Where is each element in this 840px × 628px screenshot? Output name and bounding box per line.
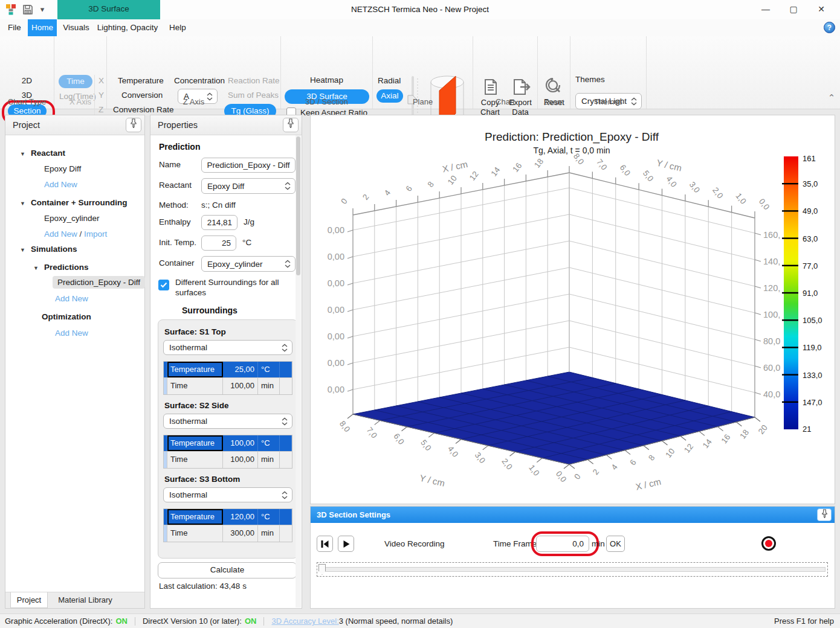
x-axis-bottom-tick-label: 16 [720, 432, 732, 445]
z-axis-temperature-button[interactable]: Temperature [118, 76, 164, 85]
plane-radial-button[interactable]: Radial [378, 76, 401, 85]
z-axis-tick [347, 336, 353, 338]
surface-floor [353, 372, 755, 464]
z-axis-concentration-button[interactable]: Concentration [174, 76, 225, 85]
s3-param-cell[interactable]: Temperature [167, 509, 223, 525]
scrollbar[interactable] [296, 135, 301, 607]
reactant-select[interactable]: Epoxy Diff [201, 178, 296, 194]
y-axis-bottom-tick-label: 6,0 [392, 432, 405, 446]
tree-link-add-new-reactant[interactable]: Add New [44, 180, 77, 189]
surface-s2-table: Temperature 100,00 °C Time 100,00 min [163, 435, 292, 469]
tree-link-add-new-prediction[interactable]: Add New [55, 294, 88, 303]
close-button[interactable]: ✕ [807, 0, 835, 18]
menu-file[interactable]: File [4, 19, 25, 36]
last-calculation-unit: s [242, 582, 247, 591]
record-button[interactable] [761, 536, 776, 551]
tree-group-container-surrounding[interactable]: Container + Surrounding [31, 198, 127, 207]
z-axis-right-tick-label: 100, [763, 310, 780, 319]
colorbar-tick-label: 49,0 [803, 207, 818, 216]
tab-project[interactable]: Project [10, 592, 48, 608]
calculate-button[interactable]: Calculate [158, 562, 297, 578]
tree-item-prediction-epoxy-diff-selected[interactable]: Prediction_Epoxy - Diff [53, 276, 145, 289]
tree-expand-icon[interactable]: ▼ [20, 247, 25, 253]
time-frame-field[interactable] [536, 536, 589, 552]
scrollbar-thumb[interactable] [296, 136, 300, 275]
s2-value-cell[interactable]: 100,00 [223, 452, 258, 468]
minimize-button[interactable]: — [752, 0, 780, 18]
tree-link-import-container[interactable]: Import [84, 229, 107, 239]
s1-param-cell[interactable]: Time [167, 378, 223, 394]
time-frame-label: Time Frame: [493, 539, 539, 548]
s1-value-cell[interactable]: 100,00 [223, 378, 258, 394]
menu-help[interactable]: Help [166, 19, 190, 36]
tree-expand-icon[interactable]: ▼ [20, 151, 25, 157]
s2-param-cell[interactable]: Time [167, 452, 223, 468]
chart-3d-surface-view[interactable]: Prediction: Prediction_Epoxy - Diff Tg, … [310, 115, 835, 504]
s3-value-cell[interactable]: 300,00 [223, 525, 258, 542]
window-title: NETZSCH Termica Neo - New Project [0, 0, 840, 19]
copy-chart-icon[interactable] [480, 77, 500, 97]
x-axis-bottom-tick-label: 6 [628, 458, 638, 467]
ok-button[interactable]: OK [606, 536, 625, 552]
properties-panel-header: Properties [150, 115, 302, 135]
group-label-zoom: Zoom [538, 97, 570, 106]
tree-group-optimization[interactable]: Optimization [42, 312, 91, 321]
play-button[interactable] [338, 536, 354, 552]
surface-s3-title: Surface: S3 Bottom [164, 475, 240, 484]
y-axis-bottom-tick-label: 0,0 [554, 469, 568, 484]
help-icon[interactable]: ? [824, 22, 835, 33]
name-field[interactable] [201, 158, 296, 173]
s1-param-cell[interactable]: Temperature [167, 362, 223, 377]
y-axis-tick [375, 420, 380, 425]
init-temp-field[interactable] [201, 236, 236, 251]
ribbon-group-x-axis: Time Log(Time) X Y Z X Axis [54, 36, 107, 109]
pin-icon[interactable] [126, 118, 141, 132]
tab-material-library[interactable]: Material Library [49, 592, 121, 607]
container-select[interactable]: Epoxy_cylinder [201, 256, 296, 272]
z-axis-conversion-rate-button[interactable]: Conversion Rate [113, 105, 174, 114]
tree-link-add-new-container[interactable]: Add New [44, 229, 77, 239]
menu-visuals[interactable]: Visuals [59, 19, 93, 36]
s3-param-cell[interactable]: Time [167, 525, 223, 542]
tree-expand-icon[interactable]: ▼ [33, 265, 39, 271]
surface-s1-type-select[interactable]: Isothermal [163, 340, 292, 355]
y-axis-bottom-tick-label: 7,0 [365, 426, 379, 440]
chart-type-2d-button[interactable]: 2D [0, 76, 54, 85]
skip-to-start-button[interactable] [317, 536, 333, 552]
y-axis-tick [510, 452, 515, 456]
z-axis-tick [347, 257, 353, 258]
tree-group-simulations[interactable]: Simulations [31, 245, 77, 254]
tree-group-predictions[interactable]: Predictions [44, 263, 89, 272]
time-slider-handle[interactable] [318, 564, 326, 575]
maximize-button[interactable]: ▢ [780, 0, 807, 18]
x-axis-tick-label: 8 [425, 180, 435, 189]
export-data-icon[interactable] [511, 77, 532, 97]
tree-item-epoxy-cylinder[interactable]: Epoxy_cylinder [44, 214, 100, 223]
different-surroundings-checkbox[interactable] [158, 280, 169, 290]
s1-value-cell[interactable]: 25,00 [223, 362, 258, 377]
pin-icon[interactable] [283, 118, 299, 132]
x-axis-tick [588, 460, 593, 464]
ribbon-collapse-chevron-icon[interactable]: ⌃ [825, 92, 838, 104]
tree-item-epoxy-diff[interactable]: Epoxy Diff [44, 164, 81, 173]
time-slider[interactable] [317, 562, 828, 577]
menu-home-active[interactable]: Home [28, 19, 57, 36]
menu-lighting-opacity[interactable]: Lighting, Opacity [94, 19, 161, 36]
method-value: s:; Cn diff [201, 200, 236, 210]
group-label-z-axis: Z Axis [107, 97, 280, 106]
reset-zoom-icon[interactable] [544, 77, 564, 97]
s2-value-cell[interactable]: 100,00 [223, 435, 258, 451]
heatmap-button[interactable]: Heatmap [281, 75, 372, 85]
x-axis-tick-label: 0 [339, 197, 349, 206]
time-slider-track[interactable] [319, 567, 825, 572]
tree-expand-icon[interactable]: ▼ [20, 200, 25, 207]
tree-group-reactant[interactable]: Reactant [31, 149, 65, 158]
s3-value-cell[interactable]: 120,00 [223, 509, 258, 525]
pin-icon[interactable] [817, 508, 832, 521]
surface-s3-type-select[interactable]: Isothermal [163, 487, 292, 502]
surface-s2-type-select[interactable]: Isothermal [163, 414, 292, 429]
accuracy-level-link[interactable]: 3D Accuracy Level: [271, 617, 338, 626]
tree-link-add-new-optimization[interactable]: Add New [55, 328, 88, 338]
enthalpy-field[interactable] [201, 215, 237, 230]
s2-param-cell[interactable]: Temperature [167, 435, 223, 451]
